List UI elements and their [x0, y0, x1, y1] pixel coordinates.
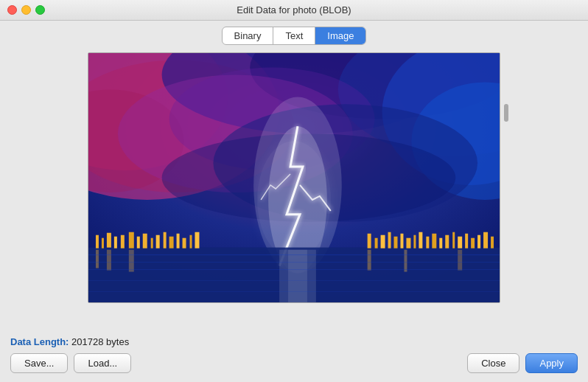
- svg-rect-28: [156, 235, 160, 249]
- svg-rect-30: [169, 237, 174, 249]
- left-buttons: Save... Load...: [10, 353, 131, 373]
- svg-rect-33: [190, 235, 192, 249]
- svg-rect-62: [288, 250, 307, 302]
- svg-rect-40: [400, 234, 403, 249]
- svg-rect-52: [477, 235, 480, 249]
- svg-rect-26: [143, 234, 147, 249]
- apply-button[interactable]: Apply: [525, 353, 578, 373]
- svg-rect-54: [491, 237, 494, 249]
- svg-rect-57: [129, 250, 134, 272]
- window-title: Edit Data for photo (BLOB): [237, 4, 351, 15]
- svg-rect-45: [432, 234, 436, 249]
- maximize-button[interactable]: [35, 5, 45, 15]
- window-controls[interactable]: [7, 5, 45, 15]
- tab-bar: Binary Text Image: [0, 21, 588, 49]
- svg-rect-41: [406, 238, 410, 249]
- svg-rect-51: [471, 238, 475, 249]
- data-length-value: 201728 bytes: [71, 336, 129, 347]
- svg-rect-39: [394, 237, 398, 249]
- svg-rect-20: [102, 238, 104, 249]
- svg-rect-43: [419, 232, 422, 249]
- scroll-thumb[interactable]: [504, 104, 508, 122]
- tab-group: Binary Text Image: [222, 27, 367, 45]
- svg-rect-44: [426, 237, 429, 249]
- svg-rect-32: [183, 238, 186, 249]
- svg-rect-19: [96, 235, 99, 249]
- tab-image[interactable]: Image: [315, 27, 365, 44]
- svg-rect-24: [129, 232, 134, 249]
- main-content: [0, 49, 588, 332]
- tab-binary[interactable]: Binary: [223, 27, 274, 44]
- svg-rect-27: [151, 238, 153, 249]
- svg-rect-48: [452, 232, 455, 249]
- scrollbar[interactable]: [503, 103, 509, 332]
- load-button[interactable]: Load...: [74, 353, 131, 373]
- info-bar: Data Length: 201728 bytes: [0, 332, 588, 349]
- svg-rect-22: [114, 237, 117, 249]
- save-button[interactable]: Save...: [10, 353, 68, 373]
- svg-rect-34: [195, 232, 199, 249]
- svg-rect-58: [368, 250, 371, 271]
- svg-rect-50: [465, 234, 468, 249]
- svg-rect-49: [458, 237, 462, 249]
- minimize-button[interactable]: [21, 5, 31, 15]
- svg-rect-31: [177, 234, 180, 249]
- svg-rect-60: [458, 250, 462, 271]
- image-display: [88, 52, 500, 303]
- svg-rect-25: [137, 237, 140, 249]
- svg-rect-46: [439, 238, 442, 249]
- svg-rect-59: [404, 250, 407, 272]
- svg-rect-42: [413, 235, 416, 249]
- svg-rect-37: [381, 235, 385, 249]
- svg-rect-36: [375, 238, 378, 249]
- lightning-image: [88, 53, 500, 302]
- svg-rect-21: [107, 233, 111, 248]
- data-length-title: Data Length:: [10, 336, 69, 347]
- close-button[interactable]: Close: [467, 353, 519, 373]
- tab-text[interactable]: Text: [273, 27, 315, 44]
- svg-rect-55: [96, 250, 99, 268]
- close-window-button[interactable]: [7, 5, 17, 15]
- svg-rect-35: [368, 234, 371, 249]
- data-length-label: Data Length: 201728 bytes: [10, 336, 129, 347]
- title-bar: Edit Data for photo (BLOB): [0, 0, 588, 21]
- svg-rect-53: [483, 232, 488, 249]
- svg-rect-38: [388, 232, 391, 249]
- svg-point-16: [257, 141, 331, 258]
- svg-rect-23: [121, 235, 125, 249]
- svg-rect-56: [107, 250, 111, 271]
- svg-rect-29: [164, 232, 167, 249]
- svg-rect-47: [445, 235, 449, 249]
- button-bar: Save... Load... Close Apply: [0, 349, 588, 382]
- right-buttons: Close Apply: [467, 353, 578, 373]
